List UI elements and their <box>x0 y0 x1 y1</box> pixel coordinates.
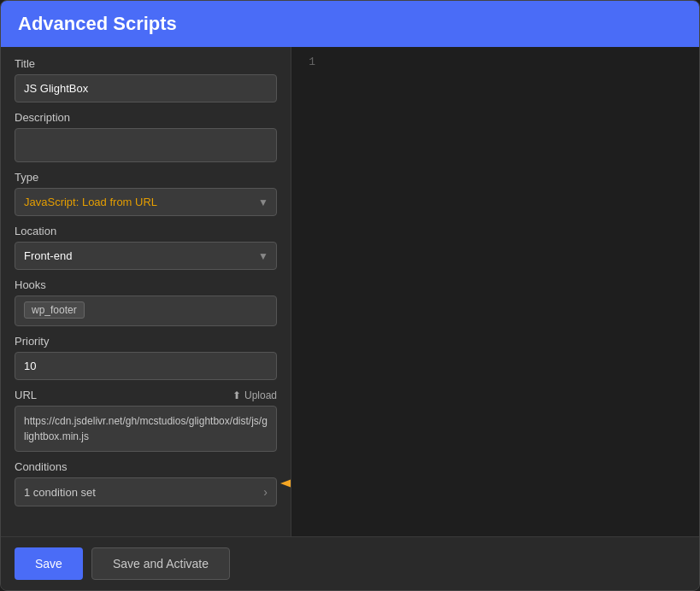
location-label: Location <box>15 225 277 237</box>
description-label: Description <box>15 111 277 124</box>
url-label-row: URL ⬆ Upload <box>15 389 277 401</box>
hooks-field-group: Hooks wp_footer <box>15 278 277 326</box>
type-field-group: Type JavaScript: Load from URL CSS: Load… <box>15 171 277 216</box>
hooks-container[interactable]: wp_footer <box>15 296 277 326</box>
save-activate-button[interactable]: Save and Activate <box>91 547 230 580</box>
priority-input[interactable] <box>15 352 277 380</box>
conditions-text: 1 condition set <box>24 486 96 499</box>
location-select-wrapper: Front-end Back-end Everywhere ▼ <box>15 242 277 270</box>
upload-label: Upload <box>244 389 277 401</box>
priority-label: Priority <box>15 335 277 348</box>
page-title: Advanced Scripts <box>18 13 682 35</box>
left-panel: Title Description Type JavaScript: Load … <box>1 47 291 536</box>
description-input[interactable] <box>15 128 277 162</box>
right-panel: 1 <box>291 47 699 536</box>
title-field-group: Title <box>15 57 277 102</box>
hooks-label: Hooks <box>15 278 277 291</box>
conditions-field-group: Conditions 1 condition set › <box>15 460 277 506</box>
annotation-arrow <box>277 466 291 500</box>
priority-field-group: Priority <box>15 335 277 380</box>
line-numbers: 1 <box>291 54 326 530</box>
conditions-chevron-right-icon: › <box>263 485 268 499</box>
conditions-container[interactable]: 1 condition set › <box>15 477 277 506</box>
code-content[interactable] <box>326 54 699 530</box>
url-field-group: URL ⬆ Upload https://cdn.jsdelivr.net/gh… <box>15 389 277 452</box>
title-input[interactable] <box>15 74 277 102</box>
app-container: Advanced Scripts Title Description Type … <box>0 0 700 591</box>
line-number-1: 1 <box>302 54 315 72</box>
footer-buttons: Save Save and Activate <box>1 536 699 590</box>
type-label: Type <box>15 171 277 184</box>
title-label: Title <box>15 57 277 70</box>
description-field-group: Description <box>15 111 277 162</box>
type-select-wrapper: JavaScript: Load from URL CSS: Load from… <box>15 188 277 216</box>
main-content: Title Description Type JavaScript: Load … <box>1 47 699 536</box>
location-select[interactable]: Front-end Back-end Everywhere <box>15 242 277 270</box>
upload-icon: ⬆ <box>232 389 241 401</box>
upload-button[interactable]: ⬆ Upload <box>232 389 277 401</box>
save-button[interactable]: Save <box>15 547 83 580</box>
hook-tag: wp_footer <box>24 301 85 319</box>
url-label: URL <box>15 389 37 401</box>
conditions-label: Conditions <box>15 460 277 473</box>
url-value: https://cdn.jsdelivr.net/gh/mcstudios/gl… <box>15 406 277 452</box>
type-select[interactable]: JavaScript: Load from URL CSS: Load from… <box>15 188 277 216</box>
header: Advanced Scripts <box>1 1 699 47</box>
code-editor[interactable]: 1 <box>291 47 699 536</box>
location-field-group: Location Front-end Back-end Everywhere ▼ <box>15 225 277 270</box>
